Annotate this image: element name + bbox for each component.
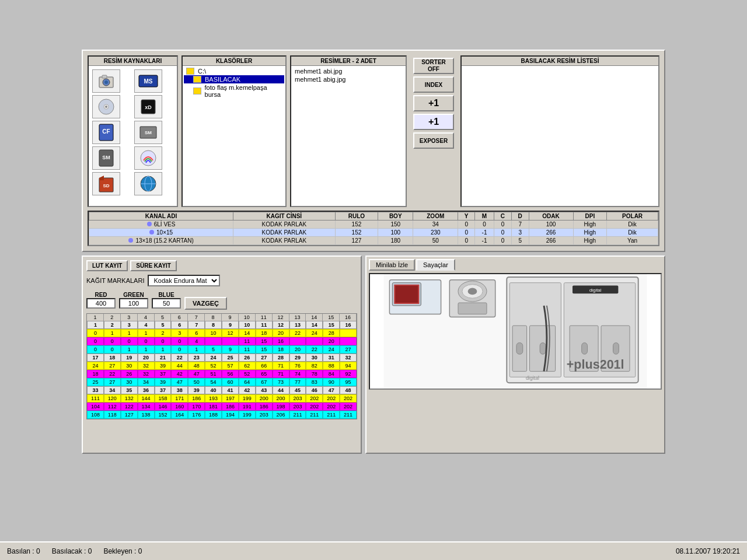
grid-cell-1-1-8[interactable]: 56 <box>222 370 239 378</box>
grid-cell-2-1-3[interactable]: 134 <box>138 402 155 411</box>
grid-cell-2-1-9[interactable]: 191 <box>239 402 256 411</box>
grid-cell-1-2-13[interactable]: 83 <box>306 378 323 386</box>
source-icon-globe[interactable] <box>134 172 162 195</box>
grid-cell-0-0-2[interactable]: 1 <box>121 329 138 337</box>
channel-row-1[interactable]: 10×15KODAK PARLAK1521002300-103266HighDi… <box>89 229 658 237</box>
grid-cell-2-2-9[interactable]: 199 <box>239 411 256 419</box>
grid-cell-2-1-8[interactable]: 186 <box>222 402 239 411</box>
add1b-button[interactable]: +1 <box>413 114 454 130</box>
grid-cell-1-1-7[interactable]: 51 <box>205 370 222 378</box>
source-icon-sm[interactable]: SM <box>134 121 162 144</box>
grid-cell-2-0-2[interactable]: 132 <box>121 394 138 402</box>
source-icon-camera[interactable] <box>92 69 120 93</box>
grid-cell-2-2-10[interactable]: 203 <box>256 411 273 419</box>
grid-cell-1-0-14[interactable]: 88 <box>323 362 340 370</box>
grid-cell-1-2-11[interactable]: 73 <box>273 378 289 386</box>
grid-cell-1-1-1[interactable]: 22 <box>104 370 121 378</box>
grid-cell-1-2-7[interactable]: 54 <box>205 378 222 386</box>
grid-cell-2-0-7[interactable]: 193 <box>205 394 222 402</box>
grid-cell-0-2-4[interactable]: 1 <box>155 345 172 354</box>
grid-cell-0-0-11[interactable]: 20 <box>273 329 289 337</box>
grid-cell-0-0-13[interactable]: 24 <box>306 329 323 337</box>
source-icon-cf[interactable]: CF <box>92 121 120 144</box>
grid-cell-0-0-4[interactable]: 2 <box>155 329 172 337</box>
grid-cell-0-2-12[interactable]: 20 <box>289 345 306 354</box>
grid-cell-0-1-0[interactable]: 0 <box>87 337 104 345</box>
grid-cell-1-0-15[interactable]: 94 <box>340 362 357 370</box>
grid-cell-1-1-12[interactable]: 74 <box>289 370 306 378</box>
blue-input[interactable] <box>152 298 181 309</box>
grid-cell-0-1-1[interactable]: 0 <box>104 337 121 345</box>
grid-cell-1-0-13[interactable]: 82 <box>306 362 323 370</box>
grid-cell-0-0-10[interactable]: 18 <box>256 329 273 337</box>
grid-cell-1-1-2[interactable]: 26 <box>121 370 138 378</box>
grid-cell-1-1-14[interactable]: 84 <box>323 370 340 378</box>
grid-cell-1-1-11[interactable]: 71 <box>273 370 289 378</box>
grid-cell-0-1-9[interactable]: 11 <box>239 337 256 345</box>
grid-cell-1-2-14[interactable]: 90 <box>323 378 340 386</box>
grid-cell-0-1-14[interactable]: 20 <box>323 337 340 345</box>
grid-cell-2-0-12[interactable]: 203 <box>289 394 306 402</box>
lut-kayit-button[interactable]: LUT KAYIT <box>86 260 128 271</box>
grid-cell-2-2-4[interactable]: 152 <box>155 411 172 419</box>
source-icon-sm2[interactable]: SM <box>92 146 120 170</box>
grid-cell-0-2-10[interactable]: 15 <box>256 345 273 354</box>
grid-cell-2-1-10[interactable]: 186 <box>256 402 273 411</box>
grid-cell-1-2-3[interactable]: 34 <box>138 378 155 386</box>
grid-cell-1-0-12[interactable]: 76 <box>289 362 306 370</box>
grid-cell-0-2-3[interactable]: 1 <box>138 345 155 354</box>
grid-cell-0-0-6[interactable]: 6 <box>188 329 205 337</box>
grid-cell-2-1-11[interactable]: 198 <box>273 402 289 411</box>
grid-cell-2-2-7[interactable]: 188 <box>205 411 222 419</box>
grid-cell-0-1-7[interactable] <box>205 337 222 345</box>
grid-cell-2-1-7[interactable]: 181 <box>205 402 222 411</box>
grid-cell-0-0-5[interactable]: 3 <box>171 329 188 337</box>
grid-cell-0-0-12[interactable]: 22 <box>289 329 306 337</box>
vazgec-button[interactable]: VAZGEÇ <box>184 297 227 310</box>
grid-cell-2-2-0[interactable]: 108 <box>87 411 104 419</box>
grid-cell-1-2-10[interactable]: 67 <box>256 378 273 386</box>
grid-cell-2-0-11[interactable]: 200 <box>273 394 289 402</box>
grid-cell-2-1-13[interactable]: 202 <box>306 402 323 411</box>
exposer-button[interactable]: EXPOSER <box>413 132 454 149</box>
grid-cell-1-2-0[interactable]: 25 <box>87 378 104 386</box>
grid-cell-2-0-3[interactable]: 144 <box>138 394 155 402</box>
grid-cell-0-2-2[interactable]: 1 <box>121 345 138 354</box>
grid-cell-0-0-0[interactable]: 0 <box>87 329 104 337</box>
grid-cell-0-1-5[interactable]: 0 <box>171 337 188 345</box>
index-button[interactable]: INDEX <box>413 76 454 93</box>
sorter-off-button[interactable]: SORTEROFF <box>413 58 454 74</box>
grid-cell-0-1-15[interactable] <box>340 337 357 345</box>
file-item-2[interactable]: mehmet1 abig.jpg <box>292 75 404 83</box>
grid-cell-0-1-4[interactable]: 0 <box>155 337 172 345</box>
grid-cell-1-2-1[interactable]: 27 <box>104 378 121 386</box>
grid-cell-1-2-8[interactable]: 60 <box>222 378 239 386</box>
red-input[interactable] <box>86 298 116 309</box>
grid-cell-0-1-8[interactable] <box>222 337 239 345</box>
grid-cell-1-0-6[interactable]: 48 <box>188 362 205 370</box>
grid-cell-1-2-6[interactable]: 50 <box>188 378 205 386</box>
grid-cell-2-1-1[interactable]: 112 <box>104 402 121 411</box>
grid-cell-2-0-15[interactable]: 202 <box>340 394 357 402</box>
grid-cell-2-1-14[interactable]: 202 <box>323 402 340 411</box>
grid-cell-0-2-14[interactable]: 24 <box>323 345 340 354</box>
source-icon-cd[interactable] <box>92 95 120 118</box>
grid-cell-0-2-1[interactable]: 0 <box>104 345 121 354</box>
grid-cell-2-2-8[interactable]: 194 <box>222 411 239 419</box>
channel-row-2[interactable]: 13×18 (15.2 KARTAN)KODAK PARLAK127180500… <box>89 237 658 245</box>
source-icon-sd[interactable]: SD <box>92 172 120 195</box>
grid-cell-2-0-6[interactable]: 186 <box>188 394 205 402</box>
grid-cell-1-0-7[interactable]: 52 <box>205 362 222 370</box>
grid-cell-1-0-10[interactable]: 66 <box>256 362 273 370</box>
grid-cell-0-1-12[interactable] <box>289 337 306 345</box>
grid-cell-1-0-9[interactable]: 62 <box>239 362 256 370</box>
grid-cell-2-0-9[interactable]: 199 <box>239 394 256 402</box>
grid-cell-1-2-5[interactable]: 47 <box>171 378 188 386</box>
grid-cell-1-0-1[interactable]: 27 <box>104 362 121 370</box>
grid-cell-2-0-0[interactable]: 111 <box>87 394 104 402</box>
grid-cell-2-2-14[interactable]: 211 <box>323 411 340 419</box>
file-item-1[interactable]: mehmet1 abi.jpg <box>292 67 404 75</box>
grid-cell-0-1-11[interactable]: 16 <box>273 337 289 345</box>
sure-kayit-button[interactable]: SÜRE KAYIT <box>130 260 177 271</box>
grid-cell-2-2-3[interactable]: 138 <box>138 411 155 419</box>
